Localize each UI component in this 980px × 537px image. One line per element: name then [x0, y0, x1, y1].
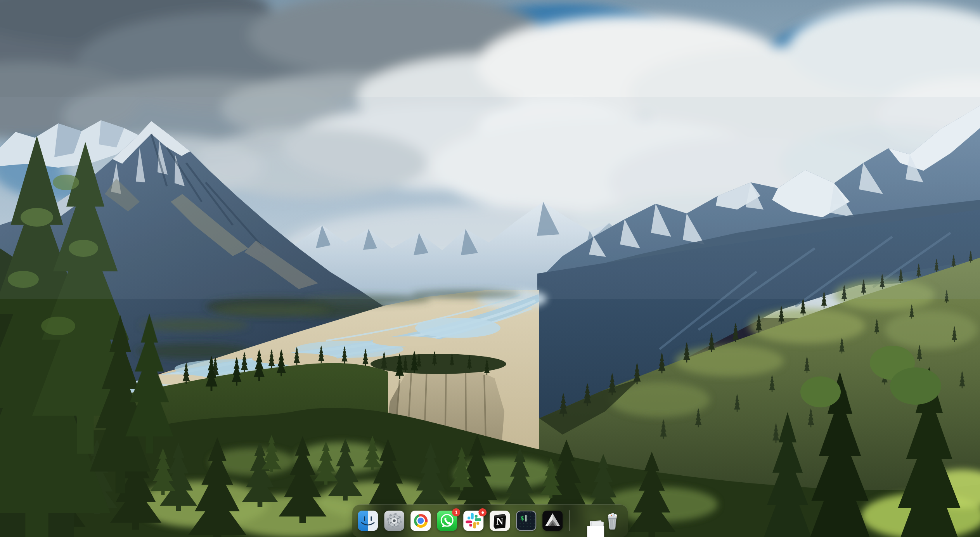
terminal-prompt-glyph: $ [520, 514, 524, 522]
slack-badge-dot [481, 511, 484, 514]
dock-item-chrome[interactable] [410, 511, 431, 531]
notion-cube-icon: N [490, 511, 510, 531]
desktop-wallpaper [0, 0, 980, 537]
notion-letter: N [496, 516, 503, 527]
slack-badge [478, 508, 487, 516]
dock: 1 N $ [352, 504, 628, 537]
dock-item-screenshots-stack[interactable] [576, 511, 596, 531]
terminal-cursor [525, 515, 527, 521]
photo-thumbnail-icon [587, 526, 604, 537]
chrome-icon [410, 511, 431, 531]
dock-item-prism-app[interactable] [542, 511, 563, 531]
gear-icon [384, 511, 404, 531]
dock-item-system-settings[interactable] [384, 511, 404, 531]
dock-item-notion[interactable]: N [490, 511, 510, 531]
dock-item-finder[interactable] [358, 511, 378, 531]
atmospheric-haze [0, 97, 980, 299]
dock-item-trash[interactable] [602, 511, 622, 531]
dock-item-slack[interactable] [463, 511, 483, 531]
dock-item-terminal[interactable]: $ [516, 511, 536, 531]
macos-desktop: { "desktop": { "wallpaper": "Snow-capped… [0, 0, 980, 537]
whatsapp-badge: 1 [452, 508, 460, 516]
dock-divider [569, 510, 570, 531]
dock-item-whatsapp[interactable]: 1 [437, 511, 457, 531]
finder-icon [358, 511, 378, 531]
prism-icon [542, 511, 563, 531]
wallpaper-art [0, 0, 980, 537]
trash-full-icon [602, 511, 622, 531]
terminal-icon: $ [516, 511, 536, 531]
